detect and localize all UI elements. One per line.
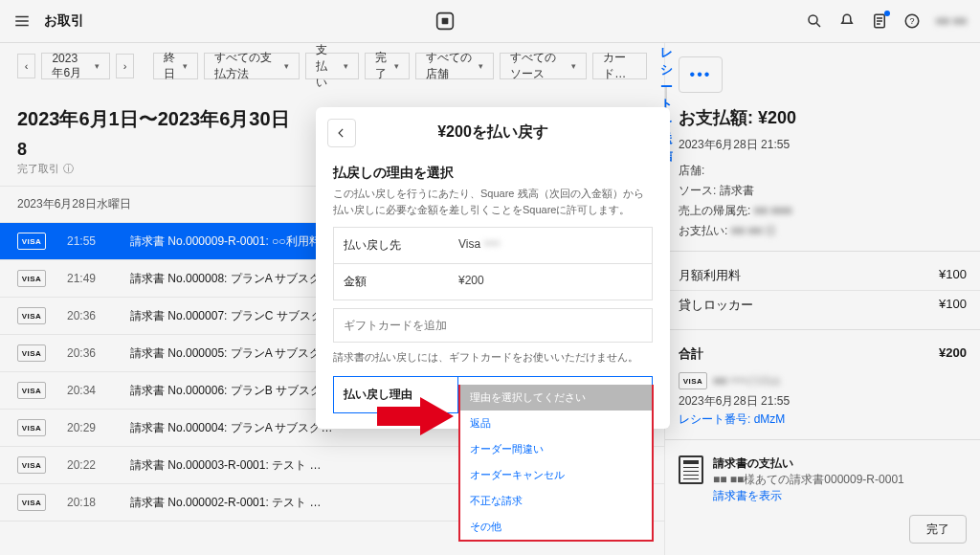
back-button[interactable] xyxy=(327,119,356,147)
reason-option-wrong-order[interactable]: オーダー間違い xyxy=(460,436,652,462)
reason-section-heading: 払戻しの理由を選択 xyxy=(333,165,653,182)
reason-option-return[interactable]: 返品 xyxy=(460,411,652,436)
reason-option-other[interactable]: その他 xyxy=(460,514,652,540)
dialog-title: ¥200を払い戻す xyxy=(437,122,548,143)
refund-note: この払い戻しを行うにあたり、Square 残高（次回の入金額）から払い戻しに必要… xyxy=(333,186,653,217)
reason-dropdown: 理由を選択してください 返品 オーダー間違い オーダーキャンセル 不正な請求 そ… xyxy=(458,385,654,542)
refund-dialog: ¥200を払い戻す 払戻しの理由を選択 この払い戻しを行うにあたり、Square… xyxy=(316,107,670,429)
reason-option-placeholder[interactable]: 理由を選択してください xyxy=(460,385,652,411)
annotation-arrow-icon xyxy=(377,397,454,438)
reason-option-cancel[interactable]: オーダーキャンセル xyxy=(460,462,652,488)
giftcard-note: 請求書の払い戻しには、ギフトカードをお使いいただけません。 xyxy=(333,350,653,365)
svg-marker-6 xyxy=(377,397,454,435)
reason-option-fraud[interactable]: 不正な請求 xyxy=(460,488,652,514)
giftcard-input[interactable] xyxy=(334,309,652,342)
